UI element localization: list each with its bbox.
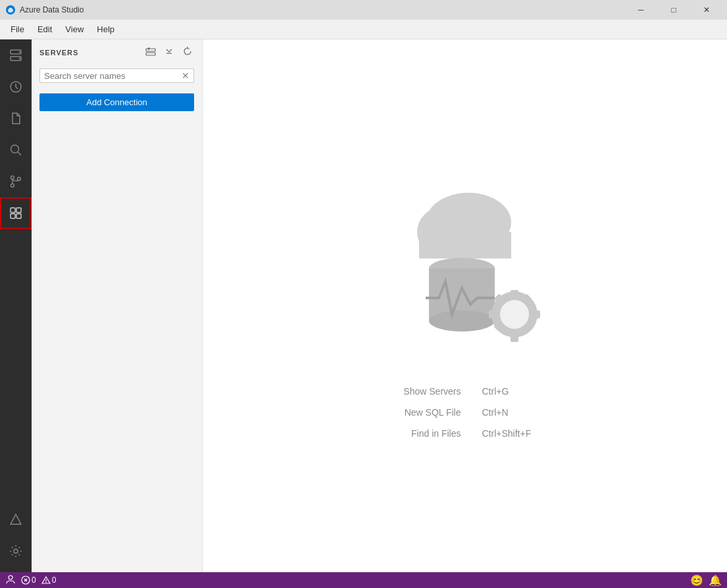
status-right: 😊 🔔 <box>690 574 722 587</box>
svg-line-8 <box>18 152 21 155</box>
add-connection-button[interactable]: Add Connection <box>39 93 194 111</box>
shortcut-show-servers-key: Ctrl+G <box>482 386 548 397</box>
svg-point-4 <box>19 51 20 53</box>
status-errors: 0 <box>21 576 36 585</box>
minimize-button[interactable]: ─ <box>626 0 656 20</box>
activity-history[interactable] <box>0 71 32 103</box>
activity-settings[interactable] <box>0 535 32 567</box>
sidebar-header: SERVERS <box>32 39 202 66</box>
svg-point-46 <box>45 582 47 583</box>
maximize-button[interactable]: □ <box>659 0 689 20</box>
svg-point-10 <box>11 184 14 187</box>
svg-rect-19 <box>146 53 155 55</box>
svg-rect-13 <box>16 208 21 212</box>
svg-point-31 <box>500 300 529 329</box>
activity-new-file[interactable] <box>0 103 32 134</box>
shortcut-row-1: Show Servers Ctrl+G <box>382 386 548 397</box>
svg-rect-33 <box>511 335 518 342</box>
menu-edit[interactable]: Edit <box>32 22 57 37</box>
svg-rect-32 <box>511 290 518 297</box>
status-warnings: 0 <box>41 576 57 585</box>
shortcuts-list: Show Servers Ctrl+G New SQL File Ctrl+N … <box>382 386 548 439</box>
content-area: Show Servers Ctrl+G New SQL File Ctrl+N … <box>203 39 727 572</box>
illustration <box>366 173 564 360</box>
window-controls: ─ □ ✕ <box>626 0 722 20</box>
menu-help[interactable]: Help <box>91 22 120 37</box>
app-icon <box>5 5 16 15</box>
svg-point-7 <box>11 145 19 153</box>
svg-rect-14 <box>11 214 15 218</box>
shortcut-find-files-label[interactable]: Find in Files <box>382 428 461 439</box>
svg-point-17 <box>14 549 18 553</box>
activity-bar <box>0 39 32 572</box>
svg-rect-35 <box>534 310 540 318</box>
app-title: Azure Data Studio <box>20 5 84 14</box>
activity-servers[interactable] <box>0 39 32 71</box>
main-layout: SERVERS <box>0 39 727 572</box>
shortcut-row-2: New SQL File Ctrl+N <box>382 407 548 418</box>
svg-rect-12 <box>11 208 15 212</box>
shortcut-new-sql-key: Ctrl+N <box>482 407 548 418</box>
svg-rect-26 <box>419 232 511 258</box>
activity-git[interactable] <box>0 166 32 197</box>
svg-marker-16 <box>11 514 21 524</box>
activity-extensions[interactable] <box>0 197 32 229</box>
svg-point-5 <box>19 58 20 59</box>
menu-bar: File Edit View Help <box>0 20 727 39</box>
svg-rect-15 <box>16 214 21 218</box>
status-bell-icon[interactable]: 🔔 <box>709 574 722 587</box>
new-connection-icon[interactable] <box>144 45 157 61</box>
menu-file[interactable]: File <box>5 22 30 37</box>
status-smiley-icon[interactable]: 😊 <box>690 574 703 587</box>
activity-search[interactable] <box>0 134 32 166</box>
status-user-icon[interactable] <box>5 574 16 587</box>
svg-point-40 <box>9 576 13 579</box>
activity-azure[interactable] <box>0 504 32 535</box>
svg-point-11 <box>18 178 21 181</box>
shortcut-row-3: Find in Files Ctrl+Shift+F <box>382 428 548 439</box>
activity-bottom <box>0 504 32 567</box>
close-button[interactable]: ✕ <box>691 0 722 20</box>
collapse-icon[interactable] <box>163 45 176 61</box>
shortcut-find-files-key: Ctrl+Shift+F <box>482 428 548 439</box>
shortcut-new-sql-label[interactable]: New SQL File <box>382 407 461 418</box>
menu-view[interactable]: View <box>60 22 89 37</box>
refresh-icon[interactable] <box>181 45 194 61</box>
status-left: 0 0 <box>5 574 56 587</box>
search-bar: ✕ <box>39 68 194 83</box>
status-bar: 0 0 😊 🔔 <box>0 572 727 588</box>
svg-point-9 <box>11 176 14 180</box>
sidebar-title: SERVERS <box>39 49 139 57</box>
svg-rect-34 <box>489 310 495 318</box>
title-bar: Azure Data Studio ─ □ ✕ <box>0 0 727 20</box>
search-input[interactable] <box>44 71 179 81</box>
search-clear-icon[interactable]: ✕ <box>182 70 189 81</box>
sidebar: SERVERS <box>32 39 203 572</box>
svg-point-29 <box>429 310 495 331</box>
shortcut-show-servers-label[interactable]: Show Servers <box>382 386 461 397</box>
